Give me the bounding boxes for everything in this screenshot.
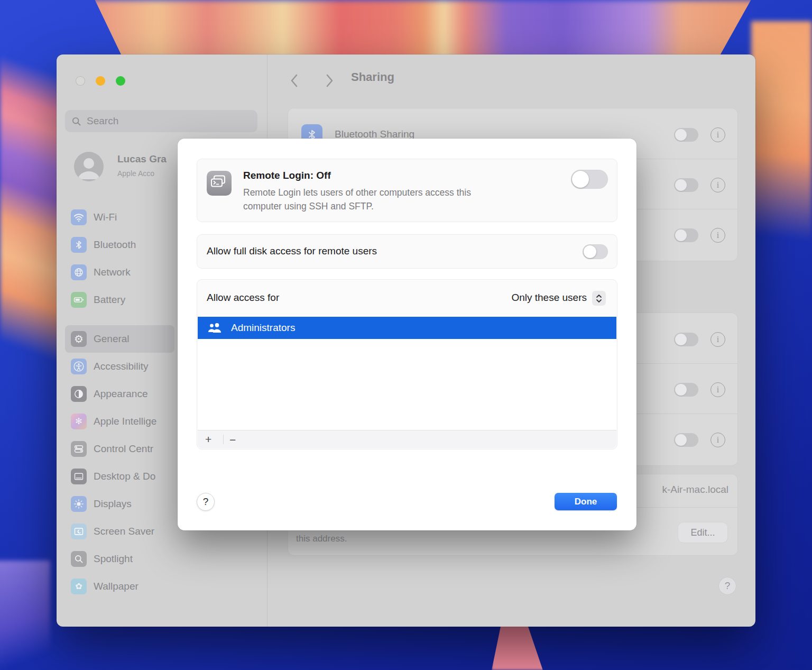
chevron-up-down-icon — [596, 294, 602, 303]
minimize-button[interactable] — [96, 76, 105, 86]
wallpaper-bottom-left-stripe — [0, 561, 50, 670]
full-disk-card: Allow full disk access for remote users — [197, 234, 617, 269]
gear-icon: ⚙ — [71, 331, 87, 347]
service-toggle[interactable] — [674, 333, 698, 346]
access-selector-value[interactable]: Only these users — [511, 292, 587, 304]
hostname-text: k-Air-mac.local — [662, 484, 728, 495]
info-button[interactable] — [710, 433, 725, 447]
desktop-dock-icon — [71, 469, 87, 484]
description-line-1: Remote Login lets users of other compute… — [243, 186, 471, 199]
bluetooth-icon — [71, 237, 87, 253]
search-input[interactable]: Search — [65, 110, 257, 132]
battery-icon — [71, 292, 87, 308]
screensaver-icon — [71, 524, 87, 539]
toggle-knob — [675, 334, 687, 345]
sidebar-item-label: Appearance — [94, 388, 147, 400]
info-button[interactable] — [710, 127, 725, 142]
sidebar-item-label: Wi-Fi — [94, 212, 117, 223]
dialog-help-button[interactable]: ? — [197, 493, 215, 511]
access-selector-stepper[interactable] — [592, 291, 606, 306]
address-note: this address. — [296, 534, 347, 544]
desktop: Search Lucas Gra Apple Acco Wi-Fi — [0, 0, 812, 670]
toggle-knob — [675, 230, 687, 241]
zoom-button[interactable] — [116, 76, 125, 86]
back-chevron-icon[interactable] — [290, 74, 299, 90]
user-list-footer: + − — [198, 430, 616, 448]
service-toggle[interactable] — [674, 383, 698, 397]
dialog-description: Remote Login lets users of other compute… — [243, 186, 471, 213]
toggle-knob — [675, 434, 687, 446]
add-user-button[interactable]: + — [205, 434, 211, 445]
service-toggle[interactable] — [674, 433, 698, 447]
description-line-2: computer using SSH and SFTP. — [243, 199, 471, 213]
full-disk-toggle[interactable] — [583, 244, 608, 259]
help-button[interactable]: ? — [719, 577, 736, 594]
wallpaper-icon: ✿ — [71, 579, 87, 594]
sidebar-item-label: Displays — [94, 498, 132, 510]
sidebar-item-label: Screen Saver — [94, 526, 154, 537]
sidebar-item-label: Network — [94, 267, 131, 278]
search-placeholder: Search — [87, 115, 118, 127]
profile-subtitle: Apple Acco — [117, 169, 154, 178]
spotlight-icon — [71, 551, 87, 567]
service-toggle[interactable] — [674, 128, 698, 142]
globe-icon — [71, 264, 87, 280]
remote-login-toggle[interactable] — [571, 170, 608, 189]
sidebar-item-label: Apple Intellige — [94, 416, 156, 427]
user-list-label: Administrators — [231, 322, 295, 334]
wallpaper-right-stripe — [751, 21, 812, 264]
sidebar-item-label: Spotlight — [94, 553, 133, 565]
sidebar-item-label: Control Centr — [94, 443, 153, 455]
allow-access-label: Allow access for — [207, 292, 279, 304]
done-button[interactable]: Done — [555, 493, 617, 510]
remove-user-button[interactable]: − — [229, 434, 236, 445]
allow-access-card: Allow access for Only these users Admini… — [197, 279, 617, 449]
remote-login-card: Remote Login: Off Remote Login lets user… — [197, 159, 617, 222]
footer-divider — [223, 435, 224, 444]
accessibility-icon — [71, 359, 87, 374]
sidebar-item-label: Desktop & Do — [94, 471, 155, 482]
profile-name[interactable]: Lucas Gra — [117, 153, 167, 165]
edit-button[interactable]: Edit... — [678, 522, 727, 543]
user-list-body[interactable] — [198, 339, 616, 430]
forward-chevron-icon[interactable] — [325, 74, 334, 90]
info-button[interactable] — [710, 382, 725, 397]
service-toggle[interactable] — [674, 178, 698, 192]
info-button[interactable] — [710, 332, 725, 347]
sidebar-item-label: Wallpaper — [94, 581, 139, 592]
toggle-knob — [675, 384, 687, 396]
toggle-knob — [675, 179, 687, 191]
display-icon — [71, 496, 87, 512]
dialog-title: Remote Login: Off — [243, 170, 331, 181]
appearance-icon — [71, 386, 87, 402]
apple-intelligence-icon: ✻ — [71, 414, 87, 429]
sidebar-item-spotlight[interactable]: Spotlight — [65, 545, 261, 573]
toggle-knob — [675, 129, 687, 141]
sidebar-item-label: General — [94, 333, 130, 345]
service-toggle[interactable] — [674, 228, 698, 242]
control-center-icon — [71, 441, 87, 457]
remote-login-dialog: Remote Login: Off Remote Login lets user… — [178, 139, 636, 530]
user-group-icon — [207, 322, 223, 334]
sidebar-item-wallpaper[interactable]: ✿ Wallpaper — [65, 573, 261, 600]
sidebar-item-label: Accessibility — [94, 361, 148, 372]
sidebar-item-label: Battery — [94, 294, 125, 306]
avatar[interactable] — [74, 152, 104, 181]
close-button[interactable] — [76, 76, 85, 86]
full-disk-label: Allow full disk access for remote users — [207, 245, 377, 257]
wifi-icon — [71, 209, 87, 225]
sidebar-item-general[interactable]: ⚙ General — [65, 325, 174, 353]
remote-login-icon — [207, 171, 232, 198]
search-icon — [71, 116, 81, 126]
info-button[interactable] — [710, 228, 725, 243]
sidebar-item-label: Bluetooth — [94, 239, 136, 251]
info-button[interactable] — [710, 178, 725, 192]
page-title: Sharing — [351, 70, 394, 84]
toggle-knob — [584, 245, 596, 258]
user-list-row-administrators[interactable]: Administrators — [198, 317, 616, 339]
toggle-knob — [572, 171, 589, 188]
